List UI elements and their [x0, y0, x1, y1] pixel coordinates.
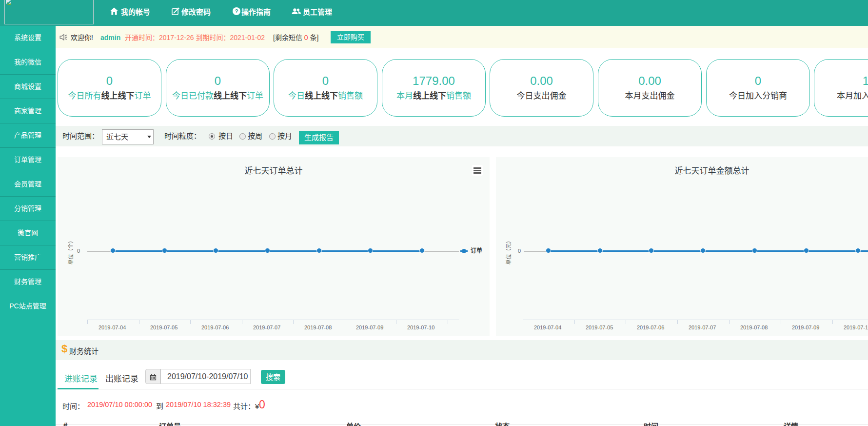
- svg-text:?: ?: [235, 8, 238, 14]
